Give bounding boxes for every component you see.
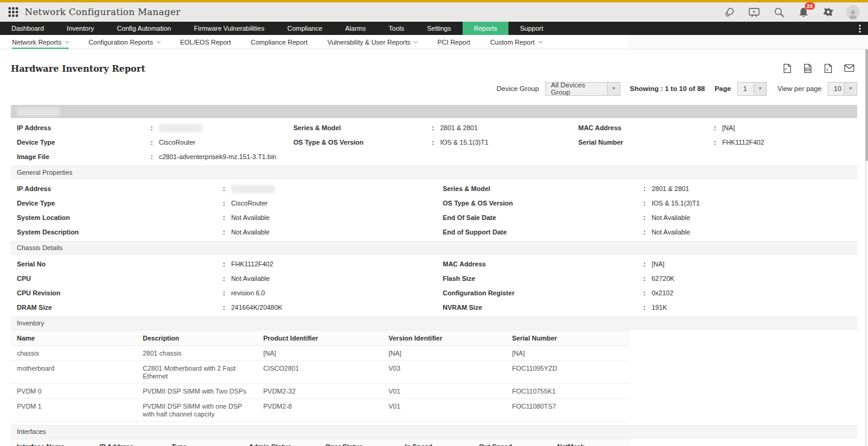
field-value: :	[151, 124, 293, 132]
apps-grid-icon[interactable]	[8, 7, 18, 17]
chevron-down-icon[interactable]	[607, 83, 620, 95]
table-row: PVDM 1PVDMII DSP SIMM with one DSP with …	[11, 399, 629, 422]
view-per-page-select[interactable]: 10	[828, 82, 857, 96]
nav-tab-inventory[interactable]: Inventory	[55, 22, 105, 35]
nav-overflow-kebab-icon[interactable]	[852, 22, 868, 35]
field-value-text: FHK1112F402	[722, 139, 764, 146]
app-title: Network Configuration Manager	[25, 7, 180, 17]
subnav-tab-network-reports[interactable]: Network Reports	[12, 35, 69, 49]
table-cell: PVDMII DSP SIMM with one DSP with half c…	[137, 399, 257, 421]
subnav-tab-label: EOL/EOS Report	[180, 39, 231, 46]
presentation-play-icon[interactable]	[748, 5, 761, 19]
field-label: MAC Address	[578, 124, 714, 131]
user-avatar[interactable]	[846, 5, 860, 19]
colon-separator: :	[151, 124, 153, 131]
subnav-tab-configuration-reports[interactable]: Configuration Reports	[89, 35, 160, 49]
section-header-chassis-details: Chassis Details	[11, 241, 857, 254]
field-value: :[NA]	[643, 260, 857, 268]
showing-range-text: Showing : 1 to 10 of 88	[630, 85, 705, 92]
notification-bell-icon[interactable]: 24	[797, 5, 810, 19]
subnav-tab-label: Network Reports	[12, 39, 61, 46]
search-icon[interactable]	[772, 5, 785, 19]
nav-tab-firmware-vulnerabilities[interactable]: Firmware Vulnerabilities	[183, 22, 276, 35]
key-value-row: IP Address:Series & Model:2801 & 2801MAC…	[11, 121, 857, 135]
colon-separator: :	[643, 289, 646, 297]
scrollbar-thumb[interactable]	[866, 49, 868, 161]
nav-tab-compliance[interactable]: Compliance	[276, 22, 334, 35]
field-value: :	[223, 185, 443, 193]
subnav-tab-custom-report[interactable]: Custom Report	[490, 35, 542, 49]
field-value: :IOS & 15.1(3)T1	[643, 199, 857, 207]
field-value: :c2801-adventerprisek9-mz.151-3.T1.bin	[151, 153, 293, 160]
field-label: IP Address	[17, 185, 223, 192]
section-title: Interfaces	[17, 428, 46, 435]
nav-tab-alarms[interactable]: Alarms	[334, 22, 377, 35]
inventory-table: NameDescriptionProduct IdentifierVersion…	[11, 330, 629, 422]
chevron-down-icon	[65, 39, 69, 43]
field-label: CPU Revision	[17, 289, 223, 297]
field-value: :Not Available	[223, 275, 443, 282]
chevron-down-icon[interactable]	[844, 83, 857, 95]
field-value-text: IOS & 15.1(3)T1	[440, 139, 489, 146]
field-label: Serial No	[17, 260, 223, 268]
key-value-row: CPU:Not AvailableFlash Size:62720K	[11, 271, 857, 286]
field-value: :191K	[643, 304, 857, 311]
field-value: :CiscoRouter	[223, 199, 443, 207]
table-cell: PVDM 0	[11, 384, 137, 398]
nav-tab-settings[interactable]: Settings	[416, 22, 463, 35]
table-cell: V03	[382, 361, 506, 383]
vertical-scrollbar[interactable]	[865, 49, 868, 446]
csv-export-icon[interactable]	[803, 63, 813, 74]
column-header: Out Speed	[473, 439, 551, 446]
view-per-page-label: View per page	[778, 85, 822, 92]
subnav-tab-label: Compliance Report	[251, 39, 307, 46]
nav-tab-reports[interactable]: Reports	[463, 22, 509, 35]
field-value: :Not Available	[223, 228, 443, 236]
settings-gear-icon[interactable]	[822, 5, 835, 19]
rocket-icon[interactable]	[723, 5, 736, 19]
field-value-text: [NA]	[652, 260, 664, 268]
column-header: IP Address	[93, 439, 166, 446]
field-value: :Not Available	[643, 228, 857, 236]
key-value-row: Image File:c2801-adventerprisek9-mz.151-…	[11, 149, 857, 164]
field-value-text: Not Available	[231, 228, 270, 236]
field-value-text: [NA]	[722, 124, 735, 131]
colon-separator: :	[643, 199, 646, 207]
report-sub-navigation: Network ReportsConfiguration ReportsEOL/…	[0, 35, 868, 49]
xls-export-icon[interactable]: x	[823, 63, 833, 74]
nav-tab-support[interactable]: Support	[508, 22, 555, 35]
colon-separator: :	[643, 214, 646, 221]
field-value-text: Not Available	[652, 228, 690, 236]
email-report-icon[interactable]	[844, 64, 855, 72]
svg-text:x: x	[826, 68, 829, 72]
table-cell: V01	[382, 384, 506, 398]
table-cell: [NA]	[506, 346, 623, 360]
device-group-select[interactable]: All Devices Group	[545, 82, 620, 96]
subnav-tab-eol-eos-report[interactable]: EOL/EOS Report	[180, 35, 231, 49]
field-value: :0x2102	[643, 289, 857, 297]
field-value-text: 241664K/20480K	[231, 304, 283, 311]
field-value: :Not Available	[223, 214, 443, 221]
chassis-details-section: Serial No:FHK1112F402MAC Address:[NA]CPU…	[11, 257, 857, 315]
field-value-text: 2801 & 2801	[652, 185, 689, 192]
chevron-down-icon[interactable]	[754, 83, 766, 95]
chevron-down-icon	[414, 39, 418, 43]
page-select[interactable]: 1	[737, 82, 767, 96]
subnav-tab-vulnerability-user-reports[interactable]: Vulnerability & User Reports	[327, 35, 417, 49]
field-label: System Location	[17, 214, 223, 221]
nav-tab-tools[interactable]: Tools	[377, 22, 416, 35]
column-header: Description	[137, 331, 257, 345]
subnav-tab-compliance-report[interactable]: Compliance Report	[251, 35, 307, 49]
chevron-down-icon	[157, 39, 161, 43]
column-header: Type	[166, 439, 243, 446]
table-header-row: NameDescriptionProduct IdentifierVersion…	[11, 330, 629, 346]
colon-separator: :	[223, 185, 225, 192]
field-value-text: c2801-adventerprisek9-mz.151-3.T1.bin	[159, 153, 276, 160]
field-value: :2801 & 2801	[643, 185, 857, 192]
subnav-tab-pci-report[interactable]: PCI Report	[437, 35, 470, 49]
nav-tab-dashboard[interactable]: Dashboard	[0, 22, 55, 35]
key-value-row: Device Type:CiscoRouterOS Type & OS Vers…	[11, 196, 857, 210]
pdf-export-icon[interactable]: P	[782, 63, 792, 74]
nav-tab-config-automation[interactable]: Config Automation	[105, 22, 183, 35]
key-value-row: Serial No:FHK1112F402MAC Address:[NA]	[11, 257, 857, 271]
